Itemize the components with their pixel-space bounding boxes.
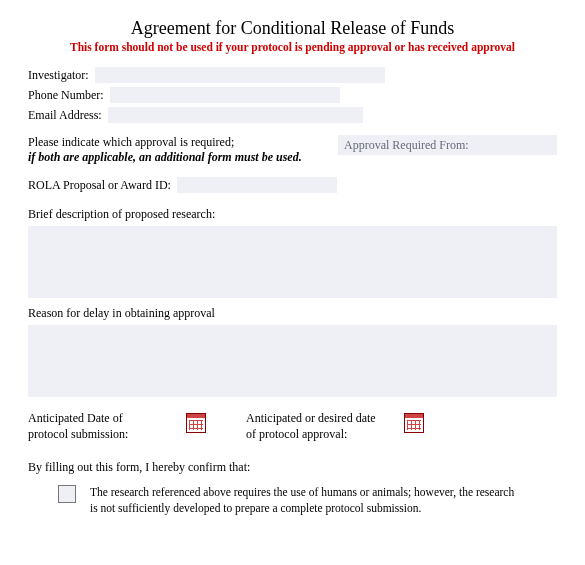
rola-label: ROLA Proposal or Award ID: bbox=[28, 178, 171, 193]
warning-text: This form should not be used if your pro… bbox=[28, 41, 557, 53]
rola-input[interactable] bbox=[177, 177, 337, 193]
investigator-label: Investigator: bbox=[28, 68, 89, 83]
reason-label: Reason for delay in obtaining approval bbox=[28, 306, 557, 321]
date1-line2: protocol submission: bbox=[28, 427, 128, 441]
approval-required-input[interactable]: Approval Required From: bbox=[338, 135, 557, 155]
calendar-icon[interactable] bbox=[186, 413, 206, 433]
email-input[interactable] bbox=[108, 107, 363, 123]
phone-input[interactable] bbox=[110, 87, 340, 103]
date2-label: Anticipated or desired date of protocol … bbox=[246, 411, 386, 442]
checkbox-1-label: The research referenced above requires t… bbox=[90, 485, 520, 516]
reason-input[interactable] bbox=[28, 325, 557, 397]
approval-line2: if both are applicable, an additional fo… bbox=[28, 150, 302, 164]
calendar-icon[interactable] bbox=[404, 413, 424, 433]
phone-label: Phone Number: bbox=[28, 88, 104, 103]
approval-line1: Please indicate which approval is requir… bbox=[28, 135, 234, 149]
approval-instruction: Please indicate which approval is requir… bbox=[28, 135, 328, 165]
date1-line1: Anticipated Date of bbox=[28, 411, 123, 425]
date2-line2: of protocol approval: bbox=[246, 427, 347, 441]
brief-input[interactable] bbox=[28, 226, 557, 298]
date2-line1: Anticipated or desired date bbox=[246, 411, 376, 425]
investigator-input[interactable] bbox=[95, 67, 385, 83]
checkbox-1[interactable] bbox=[58, 485, 76, 503]
email-label: Email Address: bbox=[28, 108, 102, 123]
brief-label: Brief description of proposed research: bbox=[28, 207, 557, 222]
date1-label: Anticipated Date of protocol submission: bbox=[28, 411, 168, 442]
confirm-text: By filling out this form, I hereby confi… bbox=[28, 460, 557, 475]
page-title: Agreement for Conditional Release of Fun… bbox=[28, 18, 557, 39]
